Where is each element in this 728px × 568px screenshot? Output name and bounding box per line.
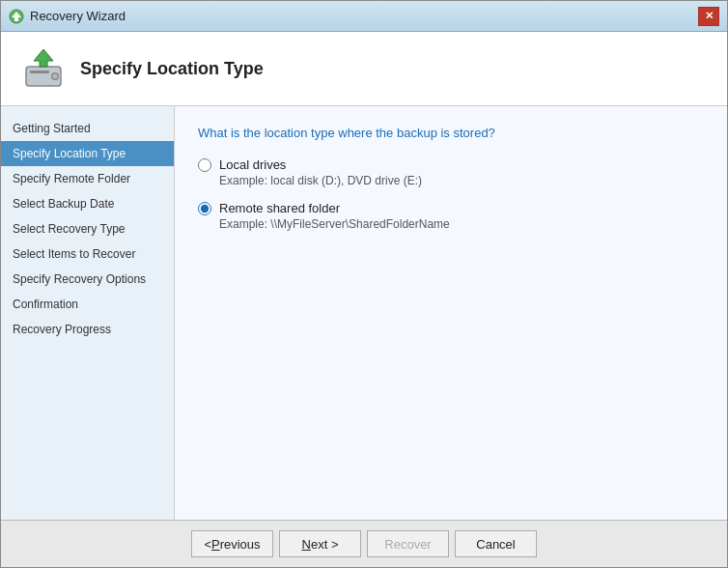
title-bar-left: Recovery Wizard (9, 9, 126, 24)
app-icon (9, 9, 24, 24)
footer-area: < Previous Next > Recover Cancel (1, 520, 727, 567)
svg-rect-3 (30, 71, 49, 73)
sidebar-item-select-items-to-recover[interactable]: Select Items to Recover (1, 241, 174, 267)
sidebar-item-recovery-progress[interactable]: Recovery Progress (1, 317, 174, 342)
next-button[interactable]: Next > (279, 530, 361, 557)
title-bar: Recovery Wizard ✕ (1, 1, 727, 32)
window: Recovery Wizard ✕ Specify Location Type … (0, 0, 728, 568)
radio-local-label[interactable]: Local drives (219, 157, 286, 172)
radio-local-example: Example: local disk (D:), DVD drive (E:) (219, 174, 704, 187)
page-title: Specify Location Type (80, 59, 264, 79)
close-button[interactable]: ✕ (698, 7, 719, 26)
radio-remote-example: Example: \\MyFileServer\SharedFolderName (219, 217, 704, 231)
previous-button[interactable]: < Previous (191, 530, 273, 557)
header-area: Specify Location Type (1, 32, 727, 106)
radio-remote-folder[interactable] (198, 202, 211, 215)
radio-group: Local drives Example: local disk (D:), D… (198, 157, 704, 231)
sidebar-item-select-backup-date[interactable]: Select Backup Date (1, 191, 174, 216)
sidebar-item-specify-recovery-options[interactable]: Specify Recovery Options (1, 267, 174, 292)
body-area: Getting Started Specify Location Type Sp… (1, 106, 727, 520)
sidebar-item-specify-remote-folder[interactable]: Specify Remote Folder (1, 166, 174, 191)
recover-button[interactable]: Recover (367, 530, 449, 557)
radio-remote-label[interactable]: Remote shared folder (219, 201, 340, 215)
sidebar-item-select-recovery-type[interactable]: Select Recovery Type (1, 216, 174, 241)
radio-option-local: Local drives Example: local disk (D:), D… (198, 157, 704, 187)
svg-marker-6 (34, 49, 53, 67)
svg-point-5 (53, 74, 58, 79)
radio-label-row-local: Local drives (198, 157, 704, 172)
sidebar-item-specify-location-type[interactable]: Specify Location Type (1, 141, 174, 166)
sidebar: Getting Started Specify Location Type Sp… (1, 106, 175, 520)
radio-local-drives[interactable] (198, 158, 211, 172)
wizard-icon (20, 45, 67, 92)
content-area: What is the location type where the back… (175, 106, 727, 520)
content-question: What is the location type where the back… (198, 126, 704, 140)
cancel-button[interactable]: Cancel (455, 530, 537, 557)
sidebar-item-getting-started[interactable]: Getting Started (1, 116, 174, 141)
title-bar-title: Recovery Wizard (30, 9, 126, 23)
radio-label-row-remote: Remote shared folder (198, 201, 704, 215)
radio-option-remote: Remote shared folder Example: \\MyFileSe… (198, 201, 704, 231)
sidebar-item-confirmation[interactable]: Confirmation (1, 292, 174, 317)
